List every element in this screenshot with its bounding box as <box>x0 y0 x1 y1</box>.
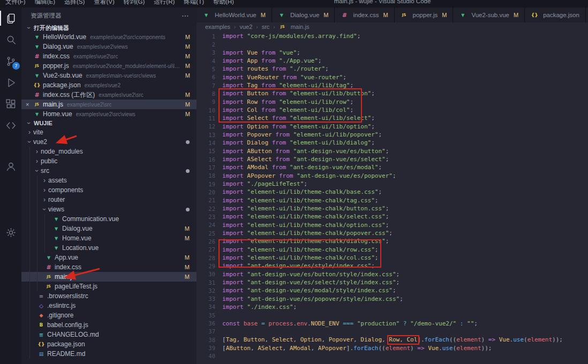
breadcrumb-item[interactable]: examples <box>205 24 230 30</box>
js-file-icon: JS <box>33 64 41 68</box>
menu-item-2[interactable]: 选择(S) <box>64 0 85 6</box>
code-line: 1import "core-js/modules/es.array.find"; <box>197 32 588 40</box>
open-editor-item[interactable]: JSpopper.jsexamples\vue2\node_modules\el… <box>21 61 197 71</box>
tree-folder-views[interactable]: ›views <box>21 204 197 214</box>
tree-file-babel-config-js[interactable]: Bbabel.config.js <box>21 320 197 330</box>
file-name: popper.js <box>43 62 69 70</box>
file-path: examples\vue2\node_modules\element-ui\li… <box>73 63 181 69</box>
tree-file-index-css[interactable]: #index.cssM <box>21 262 197 272</box>
tree-file-package-json[interactable]: {}package.json <box>21 339 197 349</box>
js-file-icon: JS <box>45 275 52 279</box>
tree-file-location-vue[interactable]: ▼Location.vue <box>21 243 197 253</box>
source-control-icon[interactable]: 7 <box>0 50 21 72</box>
modified-badge: M <box>180 254 190 261</box>
chevron-right-icon: › <box>41 196 48 203</box>
tree-item-label: package.json <box>47 340 85 348</box>
breadcrumb-item[interactable]: src <box>262 24 270 30</box>
vue-file-icon: ▼ <box>459 13 466 18</box>
code-line: 9import Row from "element-ui/lib/row"; <box>197 98 588 106</box>
code-editor[interactable]: 1import "core-js/modules/es.array.find";… <box>197 31 588 364</box>
open-editor-item[interactable]: #index.cssexamples\vue2\srcM <box>21 51 197 61</box>
tree-file-readme-md[interactable]: ▤README.md <box>21 349 197 359</box>
tab-index-css[interactable]: #index.css <box>586 7 588 22</box>
open-editors-list: ▼HelloWorld.vueexamples\vue2\src\compone… <box>21 32 197 119</box>
tree-file-dialog-vue[interactable]: ▼Dialog.vueM <box>21 224 197 233</box>
indent-guide <box>29 243 30 253</box>
tree-item-label: views <box>48 206 64 213</box>
menu-item-0[interactable]: 文件(F) <box>5 0 26 6</box>
tree-folder-node-modules[interactable]: ›node_modules <box>21 147 197 156</box>
settings-icon[interactable] <box>0 222 21 243</box>
tab-helloworld-vue[interactable]: ▼HelloWorld.vueM <box>197 7 272 22</box>
run-debug-icon[interactable] <box>0 72 21 93</box>
tree-file--eslintrc-js[interactable]: ◇.eslintrc.js <box>21 301 197 310</box>
tab-index-css[interactable]: #index.cssM <box>335 7 394 22</box>
file-name: index.css (工作区) <box>43 90 95 100</box>
menu-item-3[interactable]: 查看(V) <box>94 0 114 6</box>
tree-folder-components[interactable]: ›components <box>21 185 197 195</box>
tree-file-app-vue[interactable]: ▼App.vueM <box>21 253 197 262</box>
open-editor-item[interactable]: ▼Dialog.vueexamples\vue2\viewsM <box>21 42 197 51</box>
tree-folder-vue2[interactable]: ›vue2 <box>21 137 197 147</box>
code-line: 31import "ant-design-vue/es/select/style… <box>197 278 588 286</box>
tree-folder-src[interactable]: ›src <box>21 166 197 176</box>
open-editor-item[interactable]: {}package.jsonexamples\vue2 <box>21 80 197 90</box>
tab-label: Vue2-sub.vue <box>471 12 509 18</box>
code-line: 8import Button from "element-ui/lib/butt… <box>197 89 588 97</box>
tab-popper-js[interactable]: JSpopper.jsM <box>395 7 454 22</box>
code-text: import ASelect from "ant-design-vue/es/s… <box>222 156 389 163</box>
code-text: import APopover from "ant-design-vue/es/… <box>222 172 396 179</box>
tree-file-changelog-md[interactable]: ≣CHANGELOG.md <box>21 330 197 339</box>
eslint-file-icon: ◇ <box>37 303 45 309</box>
open-editor-item[interactable]: ▼Home.vueexamples\vue2\src\viewsM <box>21 109 197 119</box>
code-line: 29import "ant-design-vue/es/style/index.… <box>197 262 588 270</box>
open-editors-header[interactable]: › 打开的编辑器 <box>21 24 197 32</box>
code-line: 36const base = process.env.NODE_ENV === … <box>197 319 588 327</box>
tree-file--browserslistrc[interactable]: ≡.browserslistrc <box>21 291 197 301</box>
code-text: import "element-ui/lib/theme-chalk/col.c… <box>222 254 378 261</box>
sidebar-title-row: 资源管理器 ⋯ <box>21 7 197 24</box>
workspace-header[interactable]: › WUJIE <box>21 119 197 127</box>
breadcrumb-item[interactable]: vue2 <box>239 24 252 30</box>
open-editor-item[interactable]: #index.css (工作区)examples\vue2\srcM <box>21 90 197 100</box>
menu-item-5[interactable]: 运行(R) <box>154 0 175 6</box>
tree-folder-vite[interactable]: ›vite <box>21 127 197 137</box>
line-number: 36 <box>197 320 222 327</box>
search-icon[interactable] <box>0 29 21 50</box>
changelog-file-icon: ≣ <box>37 332 45 338</box>
code-line: 7import Tag from "element-ui/lib/tag"; <box>197 81 588 89</box>
tree-file--gitignore[interactable]: ◆.gitignore <box>21 310 197 320</box>
explorer-title: 资源管理器 <box>31 12 62 20</box>
tab-vue2-sub-vue[interactable]: ▼Vue2-sub.vueM <box>453 7 525 22</box>
menu-item-4[interactable]: 转到(G) <box>124 0 145 6</box>
explorer-sidebar: 资源管理器 ⋯ › 打开的编辑器 ▼HelloWorld.vueexamples… <box>21 7 197 364</box>
extensions-icon[interactable] <box>0 93 21 115</box>
code-line: 34import "./index.css"; <box>197 303 588 311</box>
open-editor-item[interactable]: ▼HelloWorld.vueexamples\vue2\src\compone… <box>21 32 197 42</box>
tab-package-json[interactable]: {}package.json <box>525 7 586 22</box>
chevron-down-icon: › <box>26 138 33 146</box>
line-number: 9 <box>197 98 222 105</box>
menu-item-1[interactable]: 编辑(E) <box>35 0 55 6</box>
tree-folder-router[interactable]: ›router <box>21 195 197 204</box>
tree-file-main-js[interactable]: JSmain.jsM <box>21 272 197 282</box>
chevron-right-icon: › <box>273 24 275 30</box>
tree-file-pagelifetest-js[interactable]: JSpageLifeTest.js <box>21 282 197 291</box>
remote-icon[interactable] <box>0 115 21 136</box>
tab-label: Dialog.vue <box>290 12 319 18</box>
open-editor-item[interactable]: ▼Vue2-sub.vueexamples\main-vue\src\views… <box>21 71 197 80</box>
close-icon[interactable]: × <box>26 101 33 108</box>
explorer-icon[interactable] <box>0 7 21 29</box>
open-editor-item[interactable]: ×JSmain.jsexamples\vue2\srcM <box>21 100 197 109</box>
tree-file-home-vue[interactable]: ▼Home.vueM <box>21 233 197 243</box>
tree-file-communication-vue[interactable]: ▼Communication.vue <box>21 214 197 224</box>
breadcrumb-item[interactable]: JSmain.js <box>279 24 310 30</box>
tree-folder-assets[interactable]: ›assets <box>21 176 197 185</box>
indent-guide <box>37 233 37 243</box>
tree-folder-public[interactable]: ›public <box>21 156 197 166</box>
account-icon[interactable] <box>0 155 21 177</box>
more-actions-icon[interactable]: ⋯ <box>182 13 189 18</box>
tab-dialog-vue[interactable]: ▼Dialog.vueM <box>272 7 335 22</box>
line-number: 37 <box>197 328 222 335</box>
tree-item-label: .eslintrc.js <box>47 302 76 309</box>
